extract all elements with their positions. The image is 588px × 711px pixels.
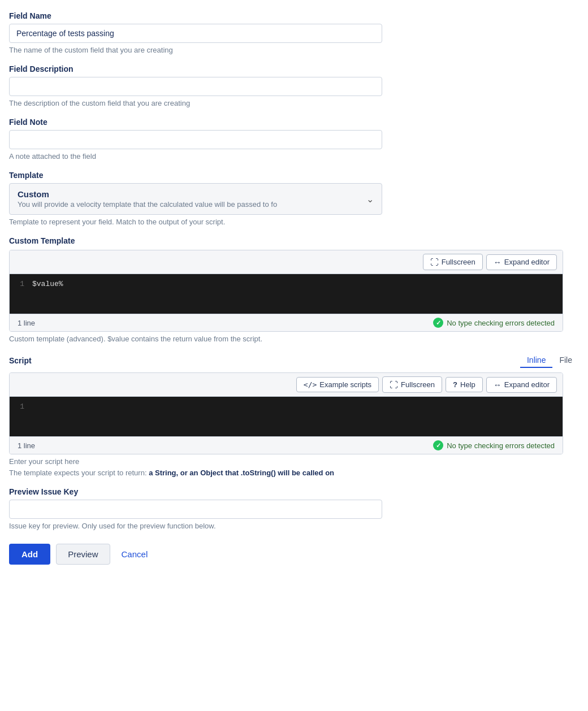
- code-icon: </>: [304, 380, 317, 389]
- script-tabs: Inline File: [520, 353, 579, 368]
- template-group: Template Custom You will provide a veloc…: [9, 171, 579, 226]
- script-code-area[interactable]: 1: [10, 397, 563, 436]
- preview-issue-key-label: Preview Issue Key: [9, 487, 579, 496]
- field-name-group: Field Name The name of the custom field …: [9, 11, 579, 54]
- script-hint1: Enter your script here: [9, 457, 579, 466]
- template-hint: Template to represent your field. Match …: [9, 218, 579, 226]
- preview-issue-key-group: Preview Issue Key Issue key for preview.…: [9, 487, 579, 530]
- template-select[interactable]: Custom You will provide a velocity templ…: [9, 183, 382, 215]
- custom-template-group: Custom Template ⛶ Fullscreen ↔ Expand ed…: [9, 236, 579, 343]
- script-expand-button[interactable]: ↔ Expand editor: [486, 377, 557, 393]
- custom-template-footer: 1 line ✓ No type checking errors detecte…: [10, 314, 563, 331]
- field-description-group: Field Description The description of the…: [9, 64, 579, 107]
- custom-template-toolbar: ⛶ Fullscreen ↔ Expand editor: [10, 250, 563, 274]
- custom-template-editor: ⛶ Fullscreen ↔ Expand editor 1 $value% 1…: [9, 250, 563, 332]
- script-header: Script Inline File: [9, 353, 579, 368]
- field-note-input[interactable]: [9, 130, 382, 149]
- field-note-group: Field Note A note attached to the field: [9, 118, 579, 161]
- custom-template-label: Custom Template: [9, 236, 579, 245]
- fullscreen-icon: ⛶: [390, 380, 398, 389]
- add-button[interactable]: Add: [9, 544, 50, 565]
- cancel-button[interactable]: Cancel: [116, 544, 154, 564]
- fullscreen-icon: ⛶: [430, 257, 439, 267]
- script-line-number: 1: [10, 402, 32, 431]
- expand-icon: ↔: [494, 258, 501, 267]
- script-group: Script Inline File </> Example scripts ⛶…: [9, 353, 579, 477]
- help-button[interactable]: ? Help: [446, 377, 483, 392]
- script-line-count: 1 line: [18, 441, 35, 450]
- preview-button[interactable]: Preview: [56, 544, 110, 565]
- check-circle-icon: ✓: [433, 440, 443, 450]
- script-editor: </> Example scripts ⛶ Fullscreen ? Help …: [9, 372, 563, 454]
- expand-icon: ↔: [494, 380, 501, 389]
- script-footer: 1 line ✓ No type checking errors detecte…: [10, 436, 563, 454]
- field-name-label: Field Name: [9, 11, 579, 20]
- check-circle-icon: ✓: [433, 318, 443, 328]
- custom-template-code: $value%: [32, 280, 563, 308]
- field-description-input[interactable]: [9, 77, 382, 96]
- help-icon: ?: [453, 380, 457, 389]
- custom-template-fullscreen-button[interactable]: ⛶ Fullscreen: [423, 254, 483, 270]
- template-select-title: Custom: [18, 189, 374, 199]
- custom-template-line-count: 1 line: [18, 319, 35, 327]
- field-description-hint: The description of the custom field that…: [9, 99, 579, 107]
- script-hint2: The template expects your script to retu…: [9, 469, 579, 477]
- custom-template-no-errors: ✓ No type checking errors detected: [433, 318, 555, 328]
- script-toolbar: </> Example scripts ⛶ Fullscreen ? Help …: [10, 373, 563, 397]
- chevron-down-icon: ⌄: [366, 194, 374, 205]
- field-description-label: Field Description: [9, 64, 579, 73]
- action-buttons: Add Preview Cancel: [9, 544, 579, 565]
- custom-template-line-number: 1: [10, 280, 32, 308]
- field-note-hint: A note attached to the field: [9, 152, 579, 161]
- field-name-hint: The name of the custom field that you ar…: [9, 46, 579, 54]
- template-select-subtitle: You will provide a velocity template tha…: [18, 200, 340, 209]
- script-fullscreen-button[interactable]: ⛶ Fullscreen: [382, 376, 442, 393]
- tab-inline[interactable]: Inline: [520, 353, 552, 368]
- custom-template-hint: Custom template (advanced). $value conta…: [9, 335, 579, 343]
- field-note-label: Field Note: [9, 118, 579, 127]
- custom-template-expand-button[interactable]: ↔ Expand editor: [486, 254, 557, 270]
- custom-template-code-area[interactable]: 1 $value%: [10, 274, 563, 314]
- preview-issue-key-hint: Issue key for preview. Only used for the…: [9, 522, 579, 530]
- field-name-input[interactable]: [9, 24, 382, 43]
- script-no-errors: ✓ No type checking errors detected: [433, 440, 555, 450]
- preview-issue-key-input[interactable]: [9, 500, 382, 519]
- script-label: Script: [9, 356, 32, 365]
- script-code: [32, 402, 563, 431]
- example-scripts-button[interactable]: </> Example scripts: [296, 377, 379, 392]
- template-label: Template: [9, 171, 579, 180]
- tab-file[interactable]: File: [552, 353, 579, 368]
